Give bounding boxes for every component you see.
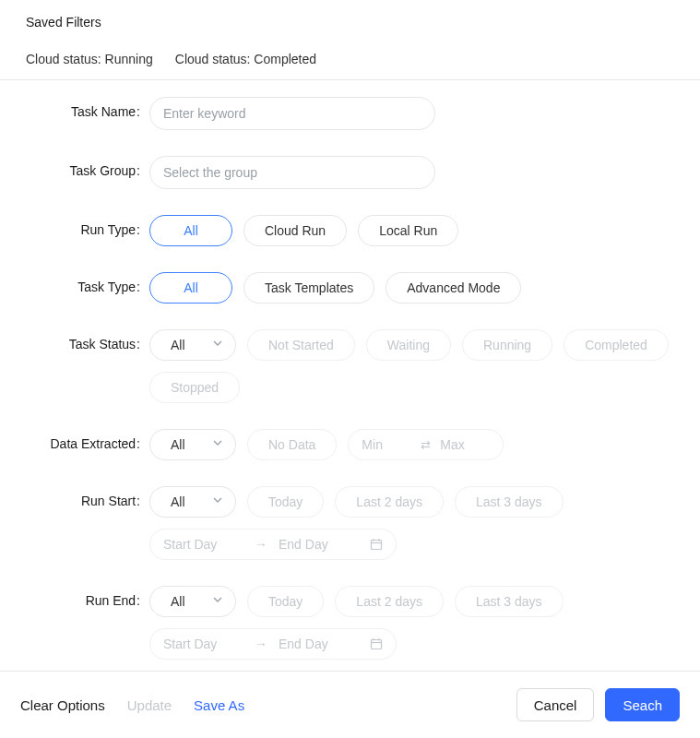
saved-filter-item[interactable]: Cloud status: Running	[26, 52, 153, 66]
arrow-right-icon: →	[255, 637, 267, 651]
filter-form-scroll[interactable]: Task Name Task Group Run Type All Cloud …	[0, 80, 700, 671]
run-start-start-day: Start Day	[163, 537, 243, 552]
task-status-waiting[interactable]: Waiting	[366, 329, 451, 361]
run-end-select-value: All	[171, 594, 185, 609]
chevron-down-icon	[213, 597, 222, 606]
chevron-down-icon	[213, 340, 222, 350]
row-task-status: Task Status All Not Started Waiting Runn…	[26, 329, 674, 403]
task-group-input[interactable]	[149, 156, 435, 189]
task-status-not-started[interactable]: Not Started	[247, 329, 355, 361]
row-run-type: Run Type All Cloud Run Local Run	[26, 215, 674, 246]
svg-rect-4	[372, 640, 382, 649]
saved-filter-item[interactable]: Cloud status: Completed	[175, 52, 316, 66]
task-type-advanced[interactable]: Advanced Mode	[386, 272, 521, 304]
cancel-button[interactable]: Cancel	[516, 688, 595, 721]
clear-options-link[interactable]: Clear Options	[20, 697, 105, 713]
header-bar: Saved Filters	[0, 0, 700, 41]
label-run-type: Run Type	[26, 215, 149, 237]
run-end-last2[interactable]: Last 2 days	[335, 586, 444, 617]
arrow-right-icon: →	[255, 537, 267, 552]
task-type-templates[interactable]: Task Templates	[243, 272, 374, 304]
data-extracted-max-input[interactable]	[440, 437, 490, 452]
label-run-end: Run End	[26, 586, 149, 608]
label-task-status: Task Status	[26, 329, 149, 351]
row-task-type: Task Type All Task Templates Advanced Mo…	[26, 272, 674, 304]
run-end-end-day: End Day	[279, 637, 359, 651]
footer-bar: Clear Options Update Save As Cancel Seac…	[0, 671, 700, 738]
update-link: Update	[127, 697, 172, 713]
run-end-date-range[interactable]: Start Day → End Day	[149, 628, 397, 660]
run-type-all[interactable]: All	[149, 215, 232, 246]
label-data-extracted: Data Extracted	[26, 429, 149, 451]
run-end-start-day: Start Day	[163, 637, 243, 651]
run-start-select-value: All	[171, 494, 185, 509]
run-type-local[interactable]: Local Run	[358, 215, 458, 246]
run-start-last3[interactable]: Last 3 days	[455, 486, 564, 518]
svg-rect-0	[372, 541, 382, 550]
row-task-name: Task Name	[26, 97, 674, 130]
calendar-icon	[370, 538, 383, 551]
task-status-stopped[interactable]: Stopped	[149, 372, 240, 403]
task-status-running[interactable]: Running	[462, 329, 552, 361]
run-start-last2[interactable]: Last 2 days	[335, 486, 444, 518]
run-start-end-day: End Day	[279, 537, 359, 552]
save-as-link[interactable]: Save As	[194, 697, 244, 713]
run-type-cloud[interactable]: Cloud Run	[243, 215, 347, 246]
saved-filters-title: Saved Filters	[26, 15, 674, 30]
data-extracted-no-data[interactable]: No Data	[247, 429, 337, 460]
task-status-select-value: All	[171, 338, 185, 352]
data-extracted-select[interactable]: All	[149, 429, 236, 460]
label-task-group: Task Group	[26, 156, 149, 178]
row-data-extracted: Data Extracted All No Data ⇄	[26, 429, 674, 460]
row-run-end: Run End All Today Last 2 days Last 3 day…	[26, 586, 674, 660]
data-extracted-range: ⇄	[348, 429, 504, 460]
run-end-today[interactable]: Today	[247, 586, 324, 617]
run-start-today[interactable]: Today	[247, 486, 324, 518]
task-name-input[interactable]	[149, 97, 435, 130]
task-type-all[interactable]: All	[149, 272, 232, 304]
label-task-type: Task Type	[26, 272, 149, 294]
row-task-group: Task Group	[26, 156, 674, 189]
run-end-select[interactable]: All	[149, 586, 236, 617]
task-status-select[interactable]: All	[149, 329, 236, 361]
task-status-completed[interactable]: Completed	[564, 329, 669, 361]
chevron-down-icon	[213, 440, 222, 449]
label-task-name: Task Name	[26, 97, 149, 119]
search-button[interactable]: Seach	[605, 688, 680, 721]
saved-filters-row: Cloud status: Running Cloud status: Comp…	[0, 41, 700, 80]
row-run-start: Run Start All Today Last 2 days Last 3 d…	[26, 486, 674, 560]
run-start-date-range[interactable]: Start Day → End Day	[149, 529, 397, 560]
calendar-icon	[370, 637, 383, 650]
chevron-down-icon	[213, 497, 222, 506]
data-extracted-min-input[interactable]	[362, 437, 411, 452]
run-start-select[interactable]: All	[149, 486, 236, 518]
label-run-start: Run Start	[26, 486, 149, 508]
swap-icon: ⇄	[421, 438, 431, 452]
data-extracted-select-value: All	[171, 437, 185, 452]
run-end-last3[interactable]: Last 3 days	[455, 586, 564, 617]
